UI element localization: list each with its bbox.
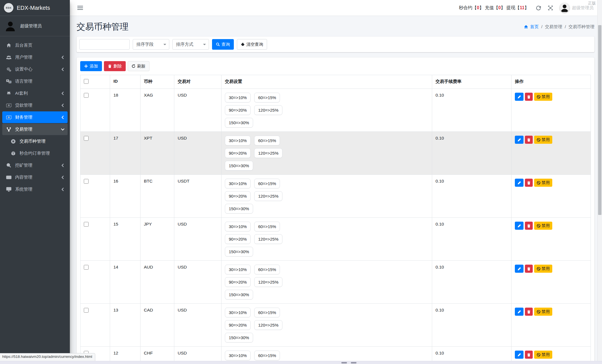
trade-setting-pill[interactable]: 150=>30% bbox=[225, 290, 253, 300]
sidebar-item-content-management[interactable]: 内容管理 bbox=[2, 171, 68, 183]
trade-setting-pill[interactable]: 60=>15% bbox=[254, 136, 280, 145]
refresh-button[interactable]: 刷新 bbox=[128, 61, 149, 71]
row-select-cell bbox=[80, 218, 110, 261]
trade-setting-pill[interactable]: 30=>10% bbox=[225, 351, 251, 360]
search-input[interactable] bbox=[79, 39, 130, 50]
row-checkbox[interactable] bbox=[84, 308, 89, 313]
sidebar-item-settings-center[interactable]: 设置中心 bbox=[2, 63, 68, 75]
trade-setting-pill[interactable]: 120=>25% bbox=[254, 320, 282, 330]
sidebar-item-trade-currency-management[interactable]: 交易币种管理 bbox=[2, 135, 68, 147]
trade-setting-pill[interactable]: 30=>10% bbox=[225, 136, 251, 145]
trade-setting-pill[interactable]: 120=>25% bbox=[254, 105, 282, 115]
main-area: 秒合约【0】充值【0】提现【11】 超级管理员 交易币种管理 首页/交易管理/交… bbox=[70, 0, 602, 364]
sidebar-item-ai-arbitrage[interactable]: AI套利 bbox=[2, 87, 68, 99]
fullscreen-icon[interactable] bbox=[548, 5, 553, 11]
trash-icon bbox=[527, 138, 531, 142]
trade-setting-pill[interactable]: 30=>10% bbox=[225, 265, 251, 274]
disable-button-label: 禁用 bbox=[542, 137, 550, 142]
trade-setting-pill[interactable]: 150=>30% bbox=[225, 161, 253, 171]
delete-row-button[interactable] bbox=[525, 222, 533, 230]
trade-setting-pill[interactable]: 120=>25% bbox=[254, 234, 282, 244]
trade-setting-pill[interactable]: 60=>15% bbox=[254, 93, 280, 102]
delete-row-button[interactable] bbox=[525, 265, 533, 273]
trade-setting-pill[interactable]: 150=>30% bbox=[225, 204, 253, 214]
sidebar-item-loan-management[interactable]: 0贷款管理 bbox=[2, 99, 68, 111]
disable-button[interactable]: 禁用 bbox=[534, 351, 552, 359]
sidebar-item-user-management[interactable]: 用户管理 bbox=[2, 51, 68, 63]
edit-button[interactable] bbox=[515, 351, 524, 359]
scrollbar-thumb[interactable] bbox=[598, 25, 601, 215]
row-checkbox[interactable] bbox=[84, 265, 89, 270]
trade-setting-pill[interactable]: 150=>30% bbox=[225, 118, 253, 128]
row-checkbox[interactable] bbox=[84, 179, 89, 184]
trade-setting-pill[interactable]: 150=>30% bbox=[225, 333, 253, 343]
breadcrumb: 首页/交易管理/交易币种管理 bbox=[524, 24, 594, 30]
trade-setting-pill[interactable]: 120=>25% bbox=[254, 191, 282, 201]
add-button[interactable]: 添加 bbox=[80, 61, 102, 71]
row-checkbox[interactable] bbox=[84, 136, 89, 141]
trade-setting-pill[interactable]: 90=>20% bbox=[225, 277, 251, 287]
disable-button[interactable]: 禁用 bbox=[534, 93, 552, 101]
edit-button[interactable] bbox=[515, 136, 524, 144]
trade-setting-pill[interactable]: 60=>15% bbox=[254, 222, 280, 231]
sort-order-select[interactable]: 排序方式 bbox=[172, 39, 209, 50]
edit-button[interactable] bbox=[515, 308, 524, 316]
sidebar-item-second-contract-orders[interactable]: 秒合约订单管理 bbox=[2, 147, 68, 159]
trade-setting-pill[interactable]: 30=>10% bbox=[225, 222, 251, 231]
clear-search-button[interactable]: 清空查询 bbox=[237, 39, 267, 50]
refresh-icon[interactable] bbox=[536, 5, 541, 11]
trade-setting-pill[interactable]: 90=>20% bbox=[225, 105, 251, 115]
brand[interactable]: EDX EDX-Markets bbox=[0, 0, 70, 16]
sidebar-item-language-management[interactable]: A文语言管理 bbox=[2, 75, 68, 87]
delete-button[interactable]: 删除 bbox=[104, 61, 126, 71]
disable-button[interactable]: 禁用 bbox=[534, 308, 552, 316]
sidebar-item-trade-management[interactable]: 交易管理 bbox=[2, 123, 68, 135]
trade-setting-pill[interactable]: 30=>10% bbox=[225, 308, 251, 317]
breadcrumb-item: 交易币种管理 bbox=[568, 24, 594, 30]
user-panel[interactable]: 超级管理员 bbox=[0, 16, 70, 36]
delete-row-button[interactable] bbox=[525, 179, 533, 187]
trade-setting-pill[interactable]: 90=>20% bbox=[225, 148, 251, 158]
delete-row-button[interactable] bbox=[525, 136, 533, 144]
pencil-icon bbox=[517, 224, 521, 228]
trade-setting-pill[interactable]: 120=>25% bbox=[254, 148, 282, 158]
notification-stats[interactable]: 秒合约【0】充值【0】提现【11】 bbox=[459, 5, 529, 11]
sidebar-item-label: 财务管理 bbox=[15, 114, 61, 120]
refresh-icon bbox=[132, 64, 135, 68]
trade-setting-pill[interactable]: 60=>15% bbox=[254, 308, 280, 317]
svg-text:文: 文 bbox=[9, 81, 11, 83]
sort-field-select[interactable]: 排序字段 bbox=[133, 39, 169, 50]
delete-row-button[interactable] bbox=[525, 93, 533, 101]
trade-setting-pill[interactable]: 60=>15% bbox=[254, 179, 280, 188]
trade-setting-pill[interactable]: 120=>25% bbox=[254, 277, 282, 287]
sidebar-item-dashboard[interactable]: 后台首页 bbox=[2, 39, 68, 51]
delete-row-button[interactable] bbox=[525, 351, 533, 359]
menu-toggle-icon[interactable] bbox=[77, 5, 83, 11]
select-all-checkbox[interactable] bbox=[84, 79, 89, 84]
edit-button[interactable] bbox=[515, 222, 524, 230]
row-checkbox[interactable] bbox=[84, 93, 89, 98]
search-button[interactable]: 查询 bbox=[212, 39, 234, 50]
edit-button[interactable] bbox=[515, 179, 524, 187]
trade-setting-pill[interactable]: 30=>10% bbox=[225, 93, 251, 102]
sidebar-item-system-management[interactable]: 系统管理 bbox=[2, 183, 68, 195]
trade-setting-pill[interactable]: 30=>10% bbox=[225, 179, 251, 188]
trade-setting-pill[interactable]: 90=>20% bbox=[225, 234, 251, 244]
disable-button[interactable]: 禁用 bbox=[534, 136, 552, 144]
disable-button[interactable]: 禁用 bbox=[534, 222, 552, 230]
row-checkbox[interactable] bbox=[84, 222, 89, 227]
edit-button[interactable] bbox=[515, 265, 524, 273]
trade-setting-pill[interactable]: 90=>20% bbox=[225, 320, 251, 330]
edit-button[interactable] bbox=[515, 93, 524, 101]
trade-setting-pill[interactable]: 150=>30% bbox=[225, 247, 253, 257]
disable-button[interactable]: 禁用 bbox=[534, 265, 552, 273]
trade-setting-pill[interactable]: 60=>15% bbox=[254, 265, 280, 274]
delete-row-button[interactable] bbox=[525, 308, 533, 316]
trade-setting-pill[interactable]: 90=>20% bbox=[225, 191, 251, 201]
disable-button[interactable]: 禁用 bbox=[534, 179, 552, 187]
breadcrumb-home-link[interactable]: 首页 bbox=[524, 24, 539, 30]
sidebar-item-mining-management[interactable]: 挖矿管理 bbox=[2, 159, 68, 171]
trade-setting-pill[interactable]: 60=>15% bbox=[254, 351, 280, 360]
sidebar-item-finance-management[interactable]: 0财务管理 bbox=[2, 111, 68, 123]
column-header: 币种 bbox=[141, 75, 174, 89]
